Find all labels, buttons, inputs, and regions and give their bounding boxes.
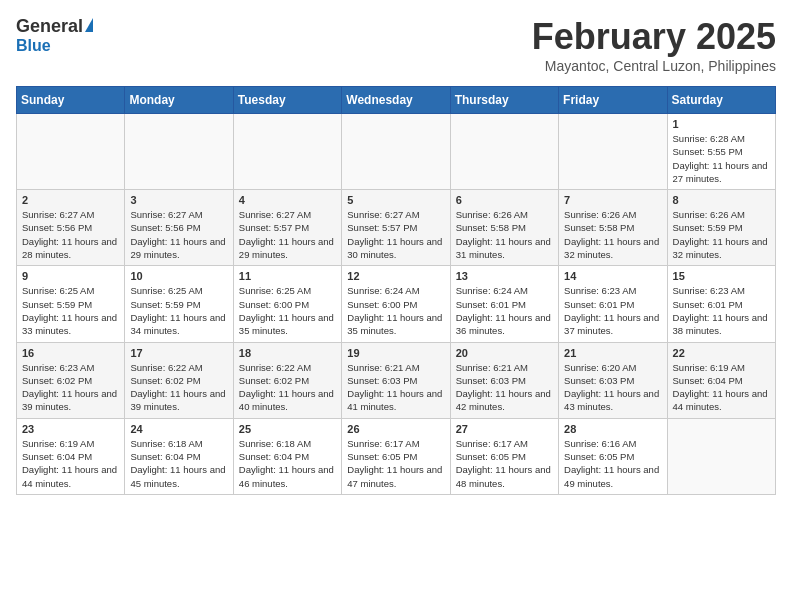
logo-triangle-icon (85, 18, 93, 32)
logo-general-text: General (16, 16, 83, 37)
calendar-day: 15Sunrise: 6:23 AM Sunset: 6:01 PM Dayli… (667, 266, 775, 342)
day-number: 26 (347, 423, 444, 435)
day-info: Sunrise: 6:23 AM Sunset: 6:01 PM Dayligh… (673, 284, 770, 337)
calendar-day: 24Sunrise: 6:18 AM Sunset: 6:04 PM Dayli… (125, 418, 233, 494)
day-info: Sunrise: 6:17 AM Sunset: 6:05 PM Dayligh… (347, 437, 444, 490)
day-number: 15 (673, 270, 770, 282)
calendar-week-1: 1Sunrise: 6:28 AM Sunset: 5:55 PM Daylig… (17, 114, 776, 190)
calendar-day (233, 114, 341, 190)
calendar-header-row: SundayMondayTuesdayWednesdayThursdayFrid… (17, 87, 776, 114)
day-info: Sunrise: 6:17 AM Sunset: 6:05 PM Dayligh… (456, 437, 553, 490)
calendar-day: 10Sunrise: 6:25 AM Sunset: 5:59 PM Dayli… (125, 266, 233, 342)
day-info: Sunrise: 6:21 AM Sunset: 6:03 PM Dayligh… (456, 361, 553, 414)
day-number: 23 (22, 423, 119, 435)
day-number: 19 (347, 347, 444, 359)
calendar-week-3: 9Sunrise: 6:25 AM Sunset: 5:59 PM Daylig… (17, 266, 776, 342)
calendar-day: 6Sunrise: 6:26 AM Sunset: 5:58 PM Daylig… (450, 190, 558, 266)
day-number: 18 (239, 347, 336, 359)
day-info: Sunrise: 6:25 AM Sunset: 5:59 PM Dayligh… (130, 284, 227, 337)
day-number: 1 (673, 118, 770, 130)
day-info: Sunrise: 6:22 AM Sunset: 6:02 PM Dayligh… (130, 361, 227, 414)
calendar-day: 16Sunrise: 6:23 AM Sunset: 6:02 PM Dayli… (17, 342, 125, 418)
month-title: February 2025 (532, 16, 776, 58)
day-info: Sunrise: 6:25 AM Sunset: 5:59 PM Dayligh… (22, 284, 119, 337)
day-number: 20 (456, 347, 553, 359)
calendar-day: 7Sunrise: 6:26 AM Sunset: 5:58 PM Daylig… (559, 190, 667, 266)
day-info: Sunrise: 6:26 AM Sunset: 5:58 PM Dayligh… (564, 208, 661, 261)
calendar-day (559, 114, 667, 190)
day-number: 4 (239, 194, 336, 206)
day-number: 24 (130, 423, 227, 435)
calendar-day: 9Sunrise: 6:25 AM Sunset: 5:59 PM Daylig… (17, 266, 125, 342)
page-header: General Blue February 2025 Mayantoc, Cen… (16, 16, 776, 74)
calendar-week-5: 23Sunrise: 6:19 AM Sunset: 6:04 PM Dayli… (17, 418, 776, 494)
day-number: 7 (564, 194, 661, 206)
day-info: Sunrise: 6:27 AM Sunset: 5:57 PM Dayligh… (347, 208, 444, 261)
day-number: 12 (347, 270, 444, 282)
day-number: 10 (130, 270, 227, 282)
calendar-day: 5Sunrise: 6:27 AM Sunset: 5:57 PM Daylig… (342, 190, 450, 266)
calendar-day: 23Sunrise: 6:19 AM Sunset: 6:04 PM Dayli… (17, 418, 125, 494)
calendar-day (17, 114, 125, 190)
calendar-week-4: 16Sunrise: 6:23 AM Sunset: 6:02 PM Dayli… (17, 342, 776, 418)
calendar-day: 20Sunrise: 6:21 AM Sunset: 6:03 PM Dayli… (450, 342, 558, 418)
calendar-day: 4Sunrise: 6:27 AM Sunset: 5:57 PM Daylig… (233, 190, 341, 266)
calendar-day: 18Sunrise: 6:22 AM Sunset: 6:02 PM Dayli… (233, 342, 341, 418)
calendar-day: 28Sunrise: 6:16 AM Sunset: 6:05 PM Dayli… (559, 418, 667, 494)
calendar-day (125, 114, 233, 190)
calendar-day: 11Sunrise: 6:25 AM Sunset: 6:00 PM Dayli… (233, 266, 341, 342)
day-info: Sunrise: 6:23 AM Sunset: 6:01 PM Dayligh… (564, 284, 661, 337)
calendar-day: 17Sunrise: 6:22 AM Sunset: 6:02 PM Dayli… (125, 342, 233, 418)
calendar-day: 8Sunrise: 6:26 AM Sunset: 5:59 PM Daylig… (667, 190, 775, 266)
calendar-day: 27Sunrise: 6:17 AM Sunset: 6:05 PM Dayli… (450, 418, 558, 494)
weekday-header-saturday: Saturday (667, 87, 775, 114)
day-info: Sunrise: 6:27 AM Sunset: 5:56 PM Dayligh… (22, 208, 119, 261)
calendar-day: 2Sunrise: 6:27 AM Sunset: 5:56 PM Daylig… (17, 190, 125, 266)
day-number: 17 (130, 347, 227, 359)
day-number: 5 (347, 194, 444, 206)
day-number: 6 (456, 194, 553, 206)
calendar-day: 19Sunrise: 6:21 AM Sunset: 6:03 PM Dayli… (342, 342, 450, 418)
day-info: Sunrise: 6:23 AM Sunset: 6:02 PM Dayligh… (22, 361, 119, 414)
day-info: Sunrise: 6:24 AM Sunset: 6:01 PM Dayligh… (456, 284, 553, 337)
calendar-day: 13Sunrise: 6:24 AM Sunset: 6:01 PM Dayli… (450, 266, 558, 342)
calendar-table: SundayMondayTuesdayWednesdayThursdayFrid… (16, 86, 776, 495)
weekday-header-tuesday: Tuesday (233, 87, 341, 114)
calendar-day: 22Sunrise: 6:19 AM Sunset: 6:04 PM Dayli… (667, 342, 775, 418)
day-number: 25 (239, 423, 336, 435)
day-number: 14 (564, 270, 661, 282)
day-number: 28 (564, 423, 661, 435)
calendar-day: 1Sunrise: 6:28 AM Sunset: 5:55 PM Daylig… (667, 114, 775, 190)
day-info: Sunrise: 6:16 AM Sunset: 6:05 PM Dayligh… (564, 437, 661, 490)
calendar-day: 12Sunrise: 6:24 AM Sunset: 6:00 PM Dayli… (342, 266, 450, 342)
day-info: Sunrise: 6:24 AM Sunset: 6:00 PM Dayligh… (347, 284, 444, 337)
day-info: Sunrise: 6:27 AM Sunset: 5:57 PM Dayligh… (239, 208, 336, 261)
day-info: Sunrise: 6:26 AM Sunset: 5:58 PM Dayligh… (456, 208, 553, 261)
weekday-header-sunday: Sunday (17, 87, 125, 114)
location-subtitle: Mayantoc, Central Luzon, Philippines (532, 58, 776, 74)
day-info: Sunrise: 6:22 AM Sunset: 6:02 PM Dayligh… (239, 361, 336, 414)
calendar-day: 3Sunrise: 6:27 AM Sunset: 5:56 PM Daylig… (125, 190, 233, 266)
day-info: Sunrise: 6:19 AM Sunset: 6:04 PM Dayligh… (22, 437, 119, 490)
day-number: 13 (456, 270, 553, 282)
day-number: 11 (239, 270, 336, 282)
day-info: Sunrise: 6:28 AM Sunset: 5:55 PM Dayligh… (673, 132, 770, 185)
calendar-day: 14Sunrise: 6:23 AM Sunset: 6:01 PM Dayli… (559, 266, 667, 342)
weekday-header-friday: Friday (559, 87, 667, 114)
calendar-week-2: 2Sunrise: 6:27 AM Sunset: 5:56 PM Daylig… (17, 190, 776, 266)
weekday-header-monday: Monday (125, 87, 233, 114)
day-info: Sunrise: 6:20 AM Sunset: 6:03 PM Dayligh… (564, 361, 661, 414)
day-info: Sunrise: 6:18 AM Sunset: 6:04 PM Dayligh… (239, 437, 336, 490)
day-info: Sunrise: 6:26 AM Sunset: 5:59 PM Dayligh… (673, 208, 770, 261)
day-info: Sunrise: 6:19 AM Sunset: 6:04 PM Dayligh… (673, 361, 770, 414)
day-number: 27 (456, 423, 553, 435)
calendar-day: 26Sunrise: 6:17 AM Sunset: 6:05 PM Dayli… (342, 418, 450, 494)
calendar-day: 25Sunrise: 6:18 AM Sunset: 6:04 PM Dayli… (233, 418, 341, 494)
calendar-day: 21Sunrise: 6:20 AM Sunset: 6:03 PM Dayli… (559, 342, 667, 418)
day-number: 21 (564, 347, 661, 359)
calendar-day (450, 114, 558, 190)
day-number: 2 (22, 194, 119, 206)
day-number: 22 (673, 347, 770, 359)
day-info: Sunrise: 6:18 AM Sunset: 6:04 PM Dayligh… (130, 437, 227, 490)
calendar-day (342, 114, 450, 190)
